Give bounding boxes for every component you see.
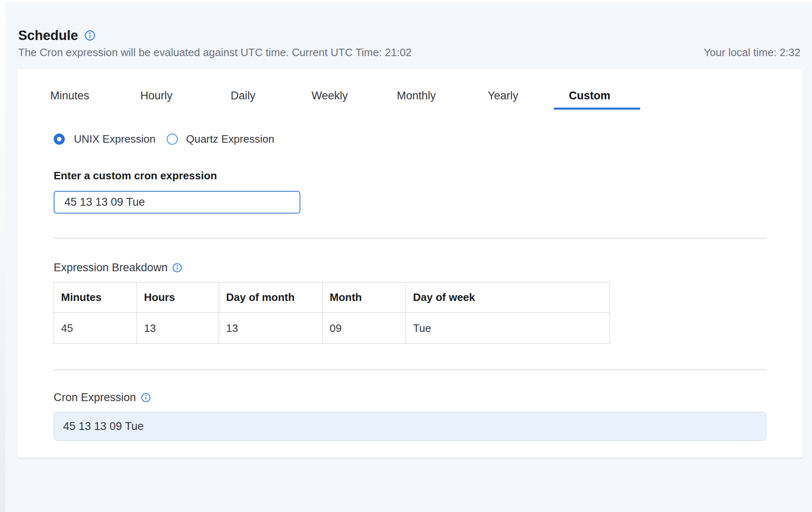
window-left-edge [0,0,5,512]
header-subrow: The Cron expression will be evaluated ag… [18,46,800,59]
info-icon[interactable] [84,30,96,41]
tab-minutes[interactable]: Minutes [26,82,113,110]
tab-label: Minutes [50,89,90,102]
radio-label: UNIX Expression [74,133,156,146]
info-icon[interactable] [172,263,182,273]
tab-panel-custom: UNIX Expression Quartz Expression Enter … [54,133,766,441]
column-header-hours: Hours [137,282,219,313]
local-time: Your local time: 2:32 [703,46,800,59]
cell-minutes: 45 [54,313,137,343]
cron-output-header: Cron Expression [54,390,766,404]
tab-label: Monthly [397,89,436,102]
tab-hourly[interactable]: Hourly [113,82,200,110]
cell-hours: 13 [137,313,219,343]
tab-label: Hourly [140,89,172,102]
schedule-card: Minutes Hourly Daily Weekly Monthly Year… [17,69,803,458]
custom-cron-input[interactable] [54,191,300,214]
breakdown-table: Minutes Hours Day of month Month Day of … [54,282,610,344]
column-header-month: Month [323,282,406,313]
page-header: Schedule [18,27,96,44]
radio-selected-icon [54,134,65,145]
cron-expression-label: Cron Expression [54,390,136,404]
active-tab-underline [554,108,640,110]
info-icon[interactable] [141,392,151,403]
tab-monthly[interactable]: Monthly [373,82,460,110]
column-header-day-of-week: Day of week [406,282,610,313]
cell-day-of-month: 13 [219,313,323,343]
radio-label: Quartz Expression [186,133,274,146]
tab-weekly[interactable]: Weekly [286,82,373,110]
breakdown-header: Expression Breakdown [54,261,766,275]
page-subtitle: The Cron expression will be evaluated ag… [18,46,412,59]
divider [54,238,766,239]
radio-quartz-expression[interactable]: Quartz Expression [167,133,274,146]
cell-day-of-week: Tue [406,313,610,343]
page-title: Schedule [18,27,78,44]
tab-custom[interactable]: Custom [546,82,633,110]
tab-label: Daily [231,89,255,102]
tab-label: Yearly [488,89,518,102]
breakdown-title: Expression Breakdown [54,261,168,275]
tab-bar: Minutes Hourly Daily Weekly Monthly Year… [26,82,803,110]
cron-expression-output[interactable] [54,412,766,441]
column-header-minutes: Minutes [54,282,137,313]
custom-cron-label: Enter a custom cron expression [54,169,766,182]
expression-type-radio-group: UNIX Expression Quartz Expression [54,133,766,145]
window-top-edge [0,0,812,2]
tab-daily[interactable]: Daily [200,82,286,110]
tab-label: Weekly [312,89,348,102]
radio-unix-expression[interactable]: UNIX Expression [54,133,156,146]
cell-month: 09 [323,313,406,343]
divider [54,369,766,370]
tab-yearly[interactable]: Yearly [460,82,546,110]
tab-label: Custom [569,89,611,102]
radio-unselected-icon [167,134,178,145]
column-header-day-of-month: Day of month [219,282,323,313]
